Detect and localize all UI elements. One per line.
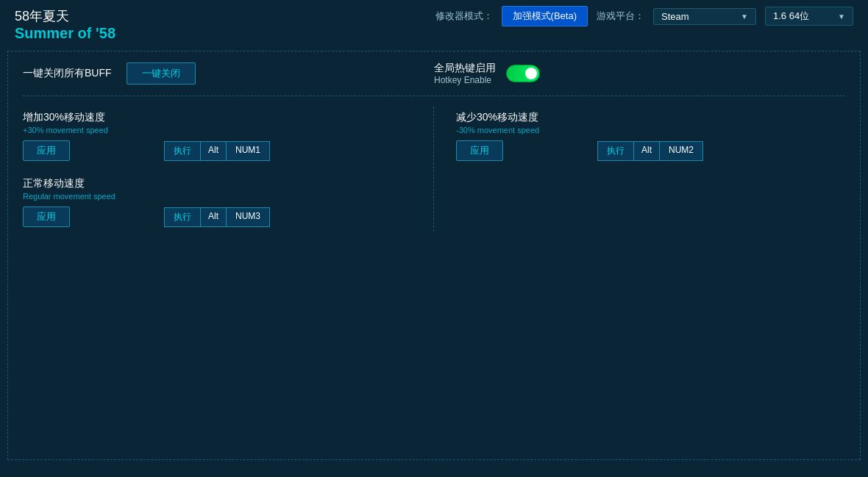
hotkey-key-right-0: NUM2 <box>660 141 703 161</box>
game-title-en: Summer of '58 <box>15 25 853 42</box>
feature-label-en: +30% movement speed <box>23 126 419 135</box>
platform-label: 游戏平台： <box>597 10 644 23</box>
hotkey-enable-label-en: Hotkey Enable <box>434 75 496 85</box>
platform-value: Steam <box>661 11 735 22</box>
feature-label-cn: 减少30%移动速度 <box>456 111 845 124</box>
apply-button-right-0[interactable]: 应用 <box>456 140 503 161</box>
exec-button-1[interactable]: 执行 <box>164 207 201 227</box>
hotkey-toggle[interactable] <box>506 65 540 82</box>
exec-button-right-0[interactable]: 执行 <box>597 141 634 161</box>
platform-chevron-icon: ▼ <box>741 12 748 21</box>
apply-button-1[interactable]: 应用 <box>23 207 70 227</box>
mode-label: 修改器模式： <box>435 10 493 23</box>
feature-label-cn: 正常移动速度 <box>23 177 419 190</box>
hotkey-key-1: NUM3 <box>227 207 270 227</box>
feature-label-en: Regular movement speed <box>23 192 419 201</box>
hotkey-enable-label-cn: 全局热键启用 <box>434 62 496 75</box>
apply-button-0[interactable]: 应用 <box>23 140 70 161</box>
feature-item: 增加30%移动速度 +30% movement speed 应用 执行 Alt … <box>23 107 419 173</box>
version-select[interactable]: 1.6 64位 ▼ <box>765 7 853 26</box>
platform-select[interactable]: Steam ▼ <box>653 8 756 25</box>
feature-item-right-0: 减少30%移动速度 -30% movement speed 应用 执行 Alt … <box>456 107 845 165</box>
exec-button-0[interactable]: 执行 <box>164 141 201 161</box>
hotkey-mod-0: Alt <box>201 141 227 161</box>
hotkey-mod-1: Alt <box>201 207 227 227</box>
mode-button[interactable]: 加强模式(Beta) <box>502 6 588 26</box>
one-key-close-button[interactable]: 一键关闭 <box>127 62 196 85</box>
one-key-label: 一键关闭所有BUFF <box>23 67 112 80</box>
version-value: 1.6 64位 <box>773 10 832 23</box>
feature-label-en: -30% movement speed <box>456 126 845 135</box>
hotkey-mod-right-0: Alt <box>634 141 660 161</box>
hotkey-key-0: NUM1 <box>227 141 270 161</box>
feature-item: 正常移动速度 Regular movement speed 应用 执行 Alt … <box>23 173 419 232</box>
version-chevron-icon: ▼ <box>838 12 845 21</box>
feature-label-cn: 增加30%移动速度 <box>23 111 419 124</box>
